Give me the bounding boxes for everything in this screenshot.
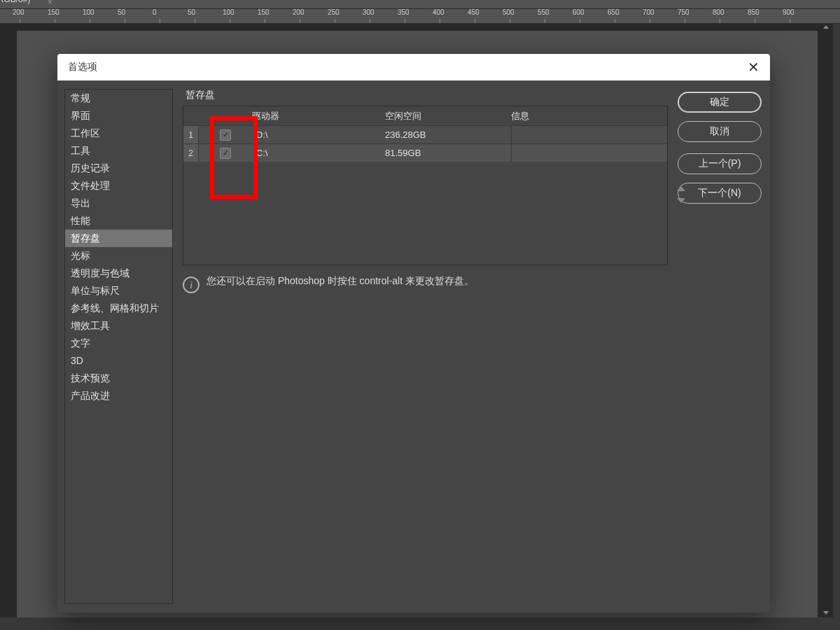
ruler-mark: 750 <box>686 9 698 17</box>
dialog-title: 首选项 <box>68 61 97 74</box>
ruler-mark: 0 <box>161 9 165 17</box>
ruler-mark: 450 <box>476 9 488 17</box>
sidebar-item-10[interactable]: 透明度与色域 <box>65 265 172 282</box>
preferences-sidebar: 常规界面工作区工具历史记录文件处理导出性能暂存盘光标透明度与色域单位与标尺参考线… <box>64 89 173 604</box>
sidebar-item-6[interactable]: 导出 <box>65 195 172 212</box>
row-number: 2 <box>183 144 199 162</box>
sidebar-item-3[interactable]: 工具 <box>65 142 172 160</box>
disk-table-header: 驱动器 空闲空间 信息 <box>183 106 667 125</box>
free-space: 81.59GB <box>385 148 511 158</box>
header-free-space: 空闲空间 <box>385 110 511 122</box>
reorder-controls <box>677 186 685 203</box>
cancel-button[interactable]: 取消 <box>678 121 762 142</box>
move-up-icon[interactable] <box>677 186 685 191</box>
ruler-mark: 300 <box>371 9 383 17</box>
scroll-down-arrow-icon[interactable] <box>823 611 829 615</box>
bottom-strip <box>0 617 840 630</box>
ruler-mark: 50 <box>126 9 134 17</box>
horizontal-ruler: 3002502001501005005010015020025030035040… <box>0 8 840 24</box>
header-drive: 驱动器 <box>252 110 385 122</box>
dialog-button-column: 确定 取消 上一个(P) 下一个(N) <box>678 89 762 604</box>
drive-path: D:\ <box>252 130 385 140</box>
disk-enable-checkbox[interactable]: ✓ <box>220 130 231 141</box>
ruler-mark: 50 <box>196 9 204 17</box>
ruler-mark: 500 <box>511 9 523 17</box>
ruler-mark: 100 <box>231 9 243 17</box>
ruler-mark: 200 <box>301 9 313 17</box>
preferences-dialog: 首选项 ✕ 常规界面工作区工具历史记录文件处理导出性能暂存盘光标透明度与色域单位… <box>57 54 770 612</box>
free-space: 236.28GB <box>385 130 511 140</box>
sidebar-item-4[interactable]: 历史记录 <box>65 160 172 177</box>
ruler-mark: 200 <box>21 9 33 17</box>
dialog-titlebar: 首选项 ✕ <box>57 54 770 80</box>
sidebar-item-5[interactable]: 文件处理 <box>65 177 172 195</box>
sidebar-item-0[interactable]: 常规 <box>65 90 172 107</box>
header-info: 信息 <box>511 110 667 122</box>
ruler-mark: 800 <box>721 9 733 17</box>
hint-row: i 您还可以在启动 Photoshop 时按住 control-alt 来更改暂… <box>183 275 668 293</box>
ruler-mark: 350 <box>406 9 418 17</box>
ruler-mark: 600 <box>581 9 593 17</box>
sidebar-item-7[interactable]: 性能 <box>65 212 172 230</box>
sidebar-item-11[interactable]: 单位与标尺 <box>65 282 172 300</box>
disk-enable-checkbox[interactable]: ✓ <box>220 148 231 159</box>
document-tab-label[interactable]: , RGB/8#) <box>0 0 30 4</box>
ruler-mark: 250 <box>336 9 348 17</box>
right-panel-strip <box>833 24 840 617</box>
ok-button[interactable]: 确定 <box>678 92 762 113</box>
sidebar-item-8[interactable]: 暂存盘 <box>65 230 172 247</box>
ruler-mark: 150 <box>56 9 68 17</box>
scratch-disk-panel: 驱动器 空闲空间 信息 1✓D:\236.28GB2✓C:\81.59GB <box>183 106 668 265</box>
sidebar-item-12[interactable]: 参考线、网格和切片 <box>65 300 172 317</box>
row-number: 1 <box>183 126 199 144</box>
disk-info <box>511 126 667 144</box>
tab-close-icon[interactable]: × <box>48 0 52 7</box>
section-title: 暂存盘 <box>183 89 668 106</box>
ruler-mark: 650 <box>616 9 628 17</box>
ruler-mark: 400 <box>441 9 453 17</box>
sidebar-item-9[interactable]: 光标 <box>65 247 172 265</box>
preferences-main: 暂存盘 驱动器 空闲空间 信息 1✓D:\236.28GB2✓C:\81.59G… <box>183 89 668 604</box>
ruler-mark: 850 <box>756 9 768 17</box>
info-icon: i <box>183 276 200 293</box>
next-button[interactable]: 下一个(N) <box>678 183 762 204</box>
hint-text: 您还可以在启动 Photoshop 时按住 control-alt 来更改暂存盘… <box>206 275 474 288</box>
sidebar-item-2[interactable]: 工作区 <box>65 125 172 142</box>
sidebar-item-15[interactable]: 3D <box>65 352 172 370</box>
ruler-mark: 550 <box>546 9 558 17</box>
document-tab-bar: , RGB/8#) × <box>0 0 840 8</box>
drive-path: C:\ <box>252 148 385 158</box>
ruler-mark: 700 <box>651 9 663 17</box>
close-icon[interactable]: ✕ <box>748 59 760 76</box>
sidebar-item-16[interactable]: 技术预览 <box>65 370 172 387</box>
disk-row[interactable]: 2✓C:\81.59GB <box>183 144 667 162</box>
sidebar-item-17[interactable]: 产品改进 <box>65 387 172 405</box>
scroll-up-arrow-icon[interactable] <box>823 25 829 29</box>
ruler-mark: 100 <box>91 9 103 17</box>
ruler-mark: 150 <box>266 9 278 17</box>
disk-row[interactable]: 1✓D:\236.28GB <box>183 125 667 144</box>
disk-info <box>511 144 667 162</box>
header-enable <box>204 110 252 122</box>
prev-button[interactable]: 上一个(P) <box>678 153 762 174</box>
ruler-mark: 900 <box>791 9 803 17</box>
move-down-icon[interactable] <box>677 198 685 203</box>
sidebar-item-14[interactable]: 文字 <box>65 335 172 352</box>
sidebar-item-1[interactable]: 界面 <box>65 107 172 125</box>
sidebar-item-13[interactable]: 增效工具 <box>65 317 172 335</box>
